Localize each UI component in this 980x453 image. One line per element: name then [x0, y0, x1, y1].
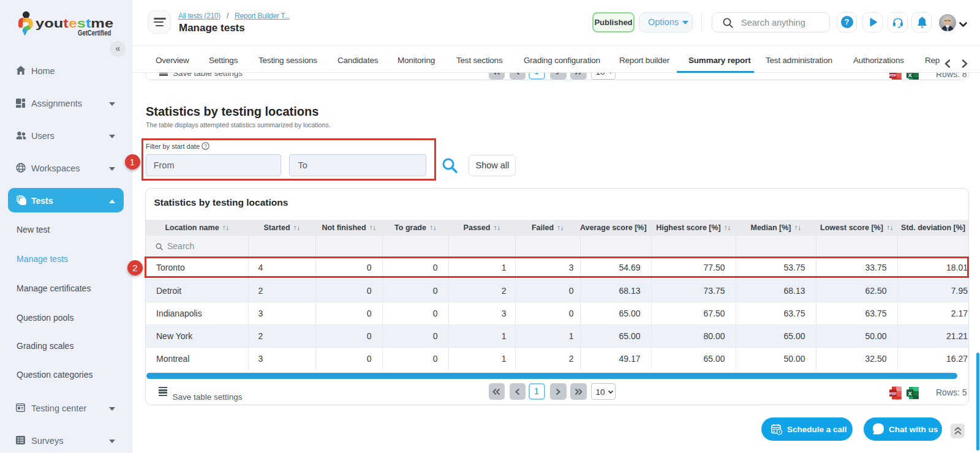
- svg-text:?: ?: [205, 143, 208, 149]
- svg-text:PDF: PDF: [889, 73, 897, 77]
- svg-text:PDF: PDF: [889, 392, 897, 395]
- svg-text:X: X: [908, 390, 913, 397]
